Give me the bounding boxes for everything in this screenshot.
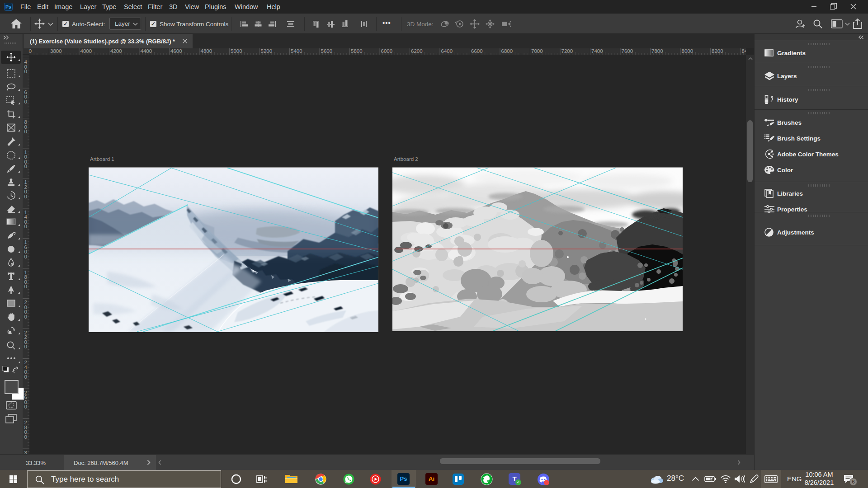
svg-text:8000: 8000 bbox=[682, 48, 693, 54]
svg-text:0: 0 bbox=[24, 404, 27, 409]
svg-text:6000: 6000 bbox=[381, 48, 393, 54]
svg-text:5200: 5200 bbox=[261, 48, 273, 54]
svg-text:0: 0 bbox=[24, 99, 27, 104]
svg-text:7600: 7600 bbox=[622, 48, 633, 54]
svg-text:8200: 8200 bbox=[712, 48, 723, 54]
svg-text:0: 0 bbox=[24, 129, 27, 134]
svg-text:7200: 7200 bbox=[561, 48, 573, 54]
svg-text:3600: 3600 bbox=[29, 48, 32, 54]
svg-text:0: 0 bbox=[24, 69, 27, 74]
svg-text:3: 3 bbox=[24, 450, 27, 455]
svg-text:0: 0 bbox=[24, 224, 27, 229]
svg-text:6600: 6600 bbox=[471, 48, 483, 54]
svg-text:4800: 4800 bbox=[201, 48, 212, 54]
svg-text:0: 0 bbox=[24, 164, 27, 169]
svg-text:5000: 5000 bbox=[231, 48, 242, 54]
svg-text:0: 0 bbox=[24, 314, 27, 319]
svg-text:4000: 4000 bbox=[80, 48, 92, 54]
svg-text:3800: 3800 bbox=[50, 48, 62, 54]
svg-text:4600: 4600 bbox=[170, 48, 182, 54]
svg-text:7800: 7800 bbox=[651, 48, 663, 54]
svg-text:4400: 4400 bbox=[141, 48, 152, 54]
svg-text:8400: 8400 bbox=[742, 48, 746, 54]
svg-text:0: 0 bbox=[24, 374, 27, 380]
svg-text:0: 0 bbox=[24, 344, 27, 349]
svg-text:7400: 7400 bbox=[591, 48, 603, 54]
svg-text:6400: 6400 bbox=[441, 48, 453, 54]
svg-text:0: 0 bbox=[24, 194, 27, 199]
svg-text:5800: 5800 bbox=[351, 48, 363, 54]
svg-text:7000: 7000 bbox=[531, 48, 543, 54]
svg-text:0: 0 bbox=[24, 284, 27, 289]
svg-text:5600: 5600 bbox=[321, 48, 333, 54]
svg-text:6800: 6800 bbox=[501, 48, 513, 54]
svg-text:5400: 5400 bbox=[291, 48, 302, 54]
svg-text:0: 0 bbox=[24, 434, 27, 440]
svg-text:0: 0 bbox=[24, 254, 27, 259]
svg-text:4200: 4200 bbox=[110, 48, 122, 54]
svg-text:6200: 6200 bbox=[411, 48, 423, 54]
